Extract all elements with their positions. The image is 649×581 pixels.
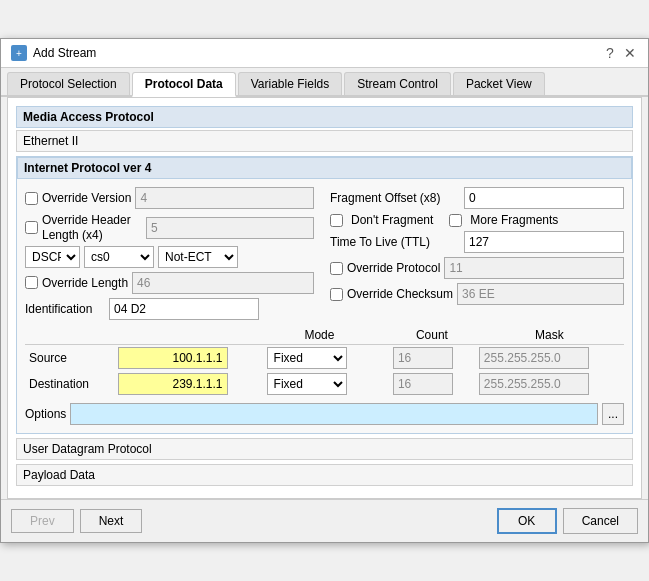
override-length-row: Override Length: [25, 272, 314, 294]
override-version-input[interactable]: [135, 187, 314, 209]
source-spacer: [376, 344, 389, 371]
dscp-select-3[interactable]: Not-ECTECT(0)ECT(1)CE: [158, 246, 238, 268]
identification-input[interactable]: [109, 298, 259, 320]
cancel-button[interactable]: Cancel: [563, 508, 638, 534]
override-header-length-label: Override Header Length (x4): [42, 213, 142, 242]
close-button[interactable]: ✕: [622, 45, 638, 61]
ipv4-section: Internet Protocol ver 4 Override Version…: [16, 156, 633, 434]
override-header-length-input[interactable]: [146, 217, 314, 239]
payload-header: Payload Data: [16, 464, 633, 486]
override-checksum-input[interactable]: [457, 283, 624, 305]
dscp-select-2[interactable]: cs0cs1cs2: [84, 246, 154, 268]
form-right: Fragment Offset (x8) Don't Fragment More…: [330, 187, 624, 320]
title-bar: + Add Stream ? ✕: [1, 39, 648, 68]
override-version-checkbox[interactable]: [25, 192, 38, 205]
destination-mode-select[interactable]: FixedIncrementDecrementRandom: [267, 373, 347, 395]
media-access-protocol-header: Media Access Protocol: [16, 106, 633, 128]
col-count-header: Count: [389, 326, 475, 345]
override-length-label: Override Length: [42, 276, 128, 290]
override-version-row: Override Version: [25, 187, 314, 209]
tab-protocol-selection[interactable]: Protocol Selection: [7, 72, 130, 95]
override-protocol-label: Override Protocol: [347, 261, 440, 275]
source-mask-input[interactable]: [479, 347, 589, 369]
override-checksum-row: Override Checksum: [330, 283, 624, 305]
content-area: Media Access Protocol Ethernet II Intern…: [7, 97, 642, 499]
source-ip-input[interactable]: [118, 347, 228, 369]
destination-mask-cell: [475, 371, 624, 397]
title-buttons: ? ✕: [602, 45, 638, 61]
dialog-icon: +: [11, 45, 27, 61]
override-length-checkbox[interactable]: [25, 276, 38, 289]
ipv4-header: Internet Protocol ver 4: [17, 157, 632, 179]
options-label: Options: [25, 407, 66, 421]
col-ip-header: [114, 326, 263, 345]
add-stream-dialog: + Add Stream ? ✕ Protocol Selection Prot…: [0, 38, 649, 543]
source-label: Source: [25, 344, 114, 371]
help-button[interactable]: ?: [602, 45, 618, 61]
destination-label: Destination: [25, 371, 114, 397]
ipv4-form-grid: Override Version Override Header Length …: [25, 187, 624, 320]
destination-count-input[interactable]: [393, 373, 453, 395]
dscp-row: DSCP cs0cs1cs2 Not-ECTECT(0)ECT(1)CE: [25, 246, 314, 268]
next-button[interactable]: Next: [80, 509, 143, 533]
ttl-row: Time To Live (TTL): [330, 231, 624, 253]
col-spacer: [376, 326, 389, 345]
override-protocol-row: Override Protocol: [330, 257, 624, 279]
ttl-label: Time To Live (TTL): [330, 235, 460, 249]
prev-button[interactable]: Prev: [11, 509, 74, 533]
tab-packet-view[interactable]: Packet View: [453, 72, 545, 95]
dscp-select-1[interactable]: DSCP: [25, 246, 80, 268]
form-left: Override Version Override Header Length …: [25, 187, 314, 320]
col-mask-header: Mask: [475, 326, 624, 345]
override-checksum-checkbox[interactable]: [330, 288, 343, 301]
destination-row: Destination FixedIncrementDecrementRando…: [25, 371, 624, 397]
tab-variable-fields[interactable]: Variable Fields: [238, 72, 342, 95]
source-count-input[interactable]: [393, 347, 453, 369]
override-header-length-row: Override Header Length (x4): [25, 213, 314, 242]
title-bar-left: + Add Stream: [11, 45, 96, 61]
source-mask-cell: [475, 344, 624, 371]
footer-right: OK Cancel: [497, 508, 638, 534]
override-version-label: Override Version: [42, 191, 131, 205]
source-ip-cell: [114, 344, 263, 371]
destination-mode-cell: FixedIncrementDecrementRandom: [263, 371, 377, 397]
destination-count-cell: [389, 371, 475, 397]
dont-fragment-checkbox[interactable]: [330, 214, 343, 227]
override-protocol-input[interactable]: [444, 257, 624, 279]
destination-spacer: [376, 371, 389, 397]
fragment-offset-label: Fragment Offset (x8): [330, 191, 460, 205]
ethernet-ii-header: Ethernet II: [16, 130, 633, 152]
fragment-offset-input[interactable]: [464, 187, 624, 209]
options-row: Options ...: [25, 403, 624, 425]
col-label-header: [25, 326, 114, 345]
udp-header: User Datagram Protocol: [16, 438, 633, 460]
identification-row: Identification: [25, 298, 314, 320]
tab-stream-control[interactable]: Stream Control: [344, 72, 451, 95]
tab-protocol-data[interactable]: Protocol Data: [132, 72, 236, 97]
bottom-sections: User Datagram Protocol Payload Data: [16, 438, 633, 486]
destination-mask-input[interactable]: [479, 373, 589, 395]
tabs-row: Protocol Selection Protocol Data Variabl…: [1, 68, 648, 97]
destination-ip-input[interactable]: [118, 373, 228, 395]
destination-ip-cell: [114, 371, 263, 397]
dialog-title: Add Stream: [33, 46, 96, 60]
override-length-input[interactable]: [132, 272, 314, 294]
stream-table: Mode Count Mask Source Fix: [25, 326, 624, 397]
more-fragments-checkbox[interactable]: [449, 214, 462, 227]
override-protocol-checkbox[interactable]: [330, 262, 343, 275]
ttl-input[interactable]: [464, 231, 624, 253]
options-input[interactable]: [70, 403, 598, 425]
footer-left: Prev Next: [11, 509, 142, 533]
override-header-length-checkbox[interactable]: [25, 221, 38, 234]
col-mode-header: Mode: [263, 326, 377, 345]
source-mode-cell: FixedIncrementDecrementRandom: [263, 344, 377, 371]
ok-button[interactable]: OK: [497, 508, 557, 534]
more-fragments-label: More Fragments: [470, 213, 558, 227]
override-checksum-label: Override Checksum: [347, 287, 453, 301]
source-mode-select[interactable]: FixedIncrementDecrementRandom: [267, 347, 347, 369]
source-row: Source FixedIncrementDecrementRandom: [25, 344, 624, 371]
options-browse-button[interactable]: ...: [602, 403, 624, 425]
dont-fragment-label: Don't Fragment: [351, 213, 433, 227]
fragment-offset-row: Fragment Offset (x8): [330, 187, 624, 209]
footer: Prev Next OK Cancel: [1, 499, 648, 542]
